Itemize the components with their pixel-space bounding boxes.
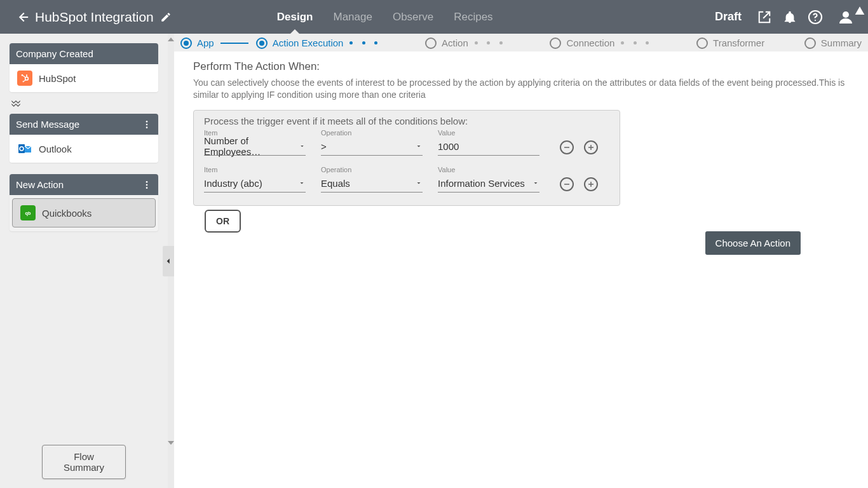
tab-observe[interactable]: Observe bbox=[383, 0, 444, 34]
choose-action-button[interactable]: Choose An Action bbox=[705, 231, 801, 255]
card-app-label: Outlook bbox=[39, 144, 72, 154]
chevron-down-icon bbox=[299, 142, 306, 150]
open-external-icon[interactable] bbox=[757, 10, 772, 25]
action-card-quickbooks[interactable]: New Action qb Quickbooks bbox=[10, 174, 158, 231]
card-app-label: HubSpot bbox=[39, 73, 76, 84]
svg-text:qb: qb bbox=[25, 210, 31, 216]
svg-point-5 bbox=[22, 74, 24, 76]
flow-summary-button[interactable]: Flow Summary bbox=[42, 445, 126, 479]
condition-item-select[interactable]: Industry (abc) bbox=[204, 175, 306, 193]
chevron-down-icon bbox=[415, 179, 423, 187]
field-label-value: Value bbox=[438, 129, 539, 137]
scroll-down-icon bbox=[168, 441, 174, 445]
svg-rect-21 bbox=[590, 182, 592, 187]
page-title: HubSpot Integration bbox=[35, 10, 154, 25]
card-app-label: Quickbooks bbox=[42, 208, 92, 219]
quickbooks-icon: qb bbox=[20, 205, 36, 220]
svg-point-13 bbox=[146, 184, 148, 186]
help-icon[interactable] bbox=[808, 10, 823, 25]
back-arrow-icon[interactable] bbox=[15, 10, 30, 25]
condition-operation-select[interactable]: Equals bbox=[321, 175, 423, 193]
card-title: New Action bbox=[16, 179, 64, 190]
step-action-execution[interactable]: Action Execution bbox=[256, 37, 344, 49]
svg-rect-19 bbox=[564, 184, 569, 185]
card-title: Send Message bbox=[16, 119, 79, 130]
field-label-operation: Operation bbox=[321, 129, 423, 137]
remove-condition-button[interactable] bbox=[560, 140, 574, 154]
card-title: Company Created bbox=[16, 48, 93, 59]
condition-operation-select[interactable]: > bbox=[321, 138, 423, 156]
bell-icon[interactable] bbox=[782, 10, 797, 25]
card-menu-icon[interactable] bbox=[142, 119, 152, 130]
or-condition-button[interactable]: OR bbox=[205, 210, 241, 233]
section-description: You can selectively choose the events of… bbox=[193, 77, 854, 101]
svg-point-2 bbox=[843, 11, 849, 18]
field-label-item: Item bbox=[204, 166, 306, 173]
collapse-sidebar-button[interactable] bbox=[163, 246, 174, 276]
step-action[interactable]: Action bbox=[425, 37, 468, 49]
condition-value-input[interactable] bbox=[438, 138, 539, 156]
field-label-operation: Operation bbox=[321, 166, 423, 173]
step-connection[interactable]: Connection bbox=[550, 37, 614, 49]
svg-point-7 bbox=[146, 121, 148, 123]
step-connector bbox=[349, 41, 377, 44]
condition-caption: Process the trigger event if it meets al… bbox=[204, 116, 609, 126]
svg-rect-18 bbox=[590, 145, 592, 150]
svg-point-14 bbox=[146, 187, 148, 189]
edit-title-icon[interactable] bbox=[160, 11, 172, 23]
remove-condition-button[interactable] bbox=[560, 177, 574, 191]
avatar-icon[interactable] bbox=[838, 10, 853, 25]
tab-manage[interactable]: Manage bbox=[323, 0, 382, 34]
condition-item-select[interactable]: Number of Employees… bbox=[204, 138, 306, 156]
svg-point-1 bbox=[815, 19, 816, 20]
step-summary[interactable]: Summary bbox=[804, 37, 862, 49]
hubspot-icon bbox=[17, 71, 32, 86]
section-heading: Perform The Action When: bbox=[193, 60, 855, 73]
svg-point-6 bbox=[23, 81, 24, 82]
step-app[interactable]: App bbox=[180, 37, 214, 49]
add-condition-button[interactable] bbox=[584, 177, 598, 191]
field-label-value: Value bbox=[438, 166, 539, 173]
svg-point-12 bbox=[146, 181, 148, 183]
avatar-alert-icon bbox=[855, 6, 865, 16]
scroll-up-icon bbox=[168, 37, 174, 41]
flow-connector-icon[interactable] bbox=[10, 100, 158, 107]
status-badge: Draft bbox=[715, 10, 742, 24]
card-menu-icon[interactable] bbox=[142, 180, 152, 190]
chevron-down-icon bbox=[415, 142, 423, 150]
chevron-down-icon bbox=[532, 179, 539, 187]
step-connector bbox=[220, 43, 248, 44]
svg-rect-16 bbox=[564, 147, 569, 148]
step-connector bbox=[621, 41, 649, 44]
condition-value-select[interactable]: Information Services bbox=[438, 175, 539, 193]
step-transformer[interactable]: Transformer bbox=[696, 37, 764, 49]
add-condition-button[interactable] bbox=[584, 140, 598, 154]
tab-design[interactable]: Design bbox=[267, 0, 323, 34]
trigger-card[interactable]: Company Created HubSpot bbox=[10, 43, 158, 92]
condition-group: Process the trigger event if it meets al… bbox=[193, 110, 620, 206]
tab-recipes[interactable]: Recipes bbox=[444, 0, 503, 34]
outlook-icon bbox=[17, 141, 32, 156]
step-connector bbox=[475, 41, 503, 44]
action-card-outlook[interactable]: Send Message Outlook bbox=[10, 114, 158, 163]
svg-point-8 bbox=[146, 123, 148, 125]
svg-point-9 bbox=[146, 126, 148, 128]
chevron-down-icon bbox=[298, 179, 306, 187]
